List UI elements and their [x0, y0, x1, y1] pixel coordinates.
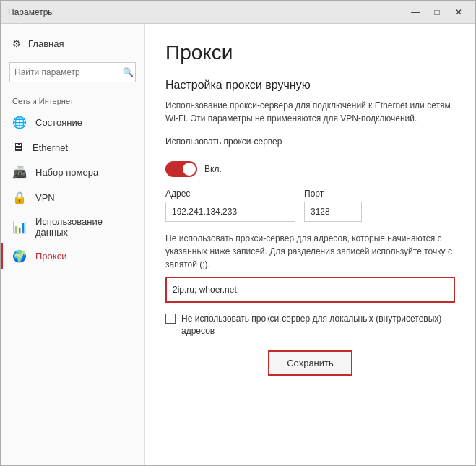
sidebar-item-vpn[interactable]: 🔒 VPN: [1, 185, 144, 210]
section-title: Настройка прокси вручную: [165, 79, 455, 92]
content-area: ⚙ Главная 🔍 Сеть и Интернет 🌐 Состояние …: [1, 24, 475, 465]
sidebar-item-home[interactable]: ⚙ Главная: [1, 31, 144, 56]
save-button[interactable]: Сохранить: [268, 350, 352, 376]
search-box[interactable]: 🔍: [9, 62, 136, 82]
main-content: Прокси Настройка прокси вручную Использо…: [145, 24, 475, 465]
address-field-group: Адрес: [165, 189, 295, 222]
data-usage-icon: 📊: [12, 220, 27, 234]
sidebar-item-vpn-label: VPN: [35, 192, 55, 203]
toggle-slider: [165, 161, 197, 177]
minimize-button[interactable]: —: [406, 5, 425, 20]
sidebar-item-dialup[interactable]: 📠 Набор номера: [1, 160, 144, 185]
local-checkbox-label: Не использовать прокси-сервер для локаль…: [181, 313, 455, 337]
address-port-row: Адрес Порт: [165, 189, 455, 222]
sidebar-item-proxy-label: Прокси: [35, 251, 66, 262]
window-title: Параметры: [8, 7, 54, 17]
port-label: Порт: [304, 189, 362, 199]
sidebar-section-title: Сеть и Интернет: [1, 88, 144, 110]
description-text: Использование прокси-сервера для подключ…: [165, 99, 455, 125]
sidebar-home-label: Главная: [28, 38, 64, 49]
local-checkbox-row: Не использовать прокси-сервер для локаль…: [165, 313, 455, 337]
toggle-on-label: Вкл.: [204, 164, 222, 174]
page-title: Прокси: [165, 41, 455, 64]
sidebar-item-status[interactable]: 🌐 Состояние: [1, 110, 144, 135]
exclusions-input[interactable]: [165, 277, 455, 303]
sidebar: ⚙ Главная 🔍 Сеть и Интернет 🌐 Состояние …: [1, 24, 145, 465]
sidebar-item-ethernet-label: Ethernet: [33, 142, 68, 153]
toggle-control-row: Вкл.: [165, 161, 455, 177]
port-input[interactable]: [304, 202, 362, 222]
search-input[interactable]: [14, 67, 123, 77]
home-icon: ⚙: [12, 38, 21, 49]
sidebar-item-dialup-label: Набор номера: [35, 167, 98, 178]
close-button[interactable]: ✕: [449, 5, 468, 20]
proxy-enable-row: Использовать прокси-сервер: [165, 137, 455, 150]
port-field-group: Порт: [304, 189, 362, 222]
sidebar-item-proxy[interactable]: 🌍 Прокси: [1, 243, 144, 269]
title-bar: Параметры — □ ✕: [1, 1, 475, 24]
app-window: Параметры — □ ✕ ⚙ Главная 🔍 Сеть и Интер…: [0, 0, 476, 466]
status-icon: 🌐: [12, 116, 27, 129]
proxy-enable-label: Использовать прокси-сервер: [165, 137, 455, 147]
address-input[interactable]: [165, 202, 295, 222]
sidebar-item-data-usage-label: Использование данных: [35, 216, 133, 238]
proxy-toggle[interactable]: [165, 161, 197, 177]
exclusions-description: Не использовать прокси-сервер для адресо…: [165, 232, 455, 271]
dialup-icon: 📠: [12, 165, 27, 179]
local-checkbox[interactable]: [165, 314, 176, 324]
sidebar-item-status-label: Состояние: [35, 117, 82, 128]
window-controls: — □ ✕: [406, 5, 468, 20]
vpn-icon: 🔒: [12, 191, 27, 204]
proxy-icon: 🌍: [12, 249, 27, 263]
address-label: Адрес: [165, 189, 295, 199]
ethernet-icon: 🖥: [12, 141, 24, 154]
maximize-button[interactable]: □: [428, 5, 446, 20]
sidebar-item-ethernet[interactable]: 🖥 Ethernet: [1, 135, 144, 160]
sidebar-item-data-usage[interactable]: 📊 Использование данных: [1, 210, 144, 243]
search-icon: 🔍: [123, 67, 134, 77]
